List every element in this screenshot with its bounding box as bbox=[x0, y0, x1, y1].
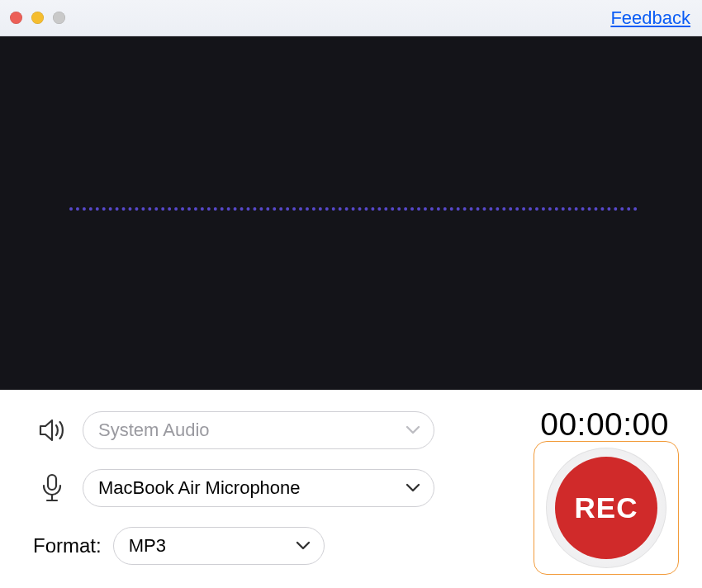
record-button-label: REC bbox=[555, 457, 657, 559]
waveform-baseline bbox=[69, 207, 638, 211]
controls-panel: System Audio MacBook Air Microphone Form… bbox=[0, 390, 702, 588]
speaker-icon bbox=[31, 418, 73, 443]
microphone-icon bbox=[31, 473, 73, 503]
record-button[interactable]: REC bbox=[534, 441, 679, 575]
window-minimize-button[interactable] bbox=[31, 12, 44, 24]
system-audio-value: System Audio bbox=[98, 420, 210, 441]
window-zoom-button-disabled bbox=[53, 12, 65, 24]
format-select[interactable]: MP3 bbox=[113, 527, 325, 565]
microphone-value: MacBook Air Microphone bbox=[98, 477, 301, 499]
recording-timer: 00:00:00 bbox=[540, 406, 669, 443]
format-label: Format: bbox=[33, 534, 102, 557]
window-titlebar: Feedback bbox=[0, 0, 702, 36]
window-close-button[interactable] bbox=[10, 12, 22, 24]
chevron-down-icon bbox=[406, 483, 420, 493]
chevron-down-icon bbox=[406, 425, 420, 435]
window-traffic-lights bbox=[10, 12, 65, 24]
system-audio-select[interactable]: System Audio bbox=[83, 411, 434, 449]
waveform-display bbox=[0, 36, 702, 390]
record-button-ring: REC bbox=[546, 448, 666, 568]
microphone-select[interactable]: MacBook Air Microphone bbox=[83, 469, 434, 507]
feedback-link[interactable]: Feedback bbox=[610, 7, 690, 29]
chevron-down-icon bbox=[296, 541, 311, 551]
format-value: MP3 bbox=[129, 535, 166, 557]
svg-rect-0 bbox=[48, 475, 56, 490]
